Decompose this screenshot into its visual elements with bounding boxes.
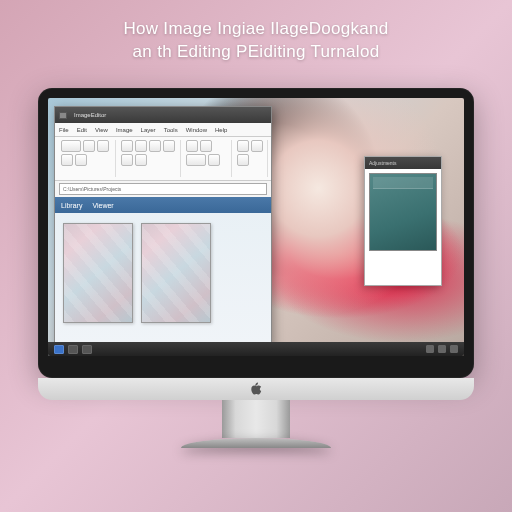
imac-stand-foot: [181, 438, 331, 448]
imac-stand-neck: [222, 400, 290, 438]
tool-button[interactable]: [237, 154, 249, 166]
tool-button[interactable]: [251, 140, 263, 152]
tab-library[interactable]: Library: [61, 202, 82, 209]
menu-view[interactable]: View: [95, 123, 108, 136]
editor-window[interactable]: ImageEditor File Edit View Image Layer T…: [54, 106, 272, 346]
thumbnail-strip: [55, 213, 271, 333]
window-title: ImageEditor: [74, 112, 106, 118]
tool-button[interactable]: [75, 154, 87, 166]
tray-icon[interactable]: [450, 345, 458, 353]
workspace-tabs: Library Viewer: [55, 197, 271, 213]
tool-button[interactable]: [121, 140, 133, 152]
panel-preview-header: [373, 177, 433, 189]
taskbar-tray: [426, 345, 458, 353]
tool-button[interactable]: [186, 140, 198, 152]
menu-image[interactable]: Image: [116, 123, 133, 136]
ribbon-group-4: [234, 140, 268, 177]
toolbar-ribbon: [55, 137, 271, 181]
address-path: C:\Users\Pictures\Projects: [63, 186, 121, 192]
tool-button[interactable]: [61, 154, 73, 166]
tool-button[interactable]: [200, 140, 212, 152]
tray-icon[interactable]: [438, 345, 446, 353]
panel-preview[interactable]: [369, 173, 437, 251]
tool-button[interactable]: [135, 140, 147, 152]
tool-button[interactable]: [135, 154, 147, 166]
apple-logo-icon: [250, 382, 262, 396]
screen-bezel: ImageEditor File Edit View Image Layer T…: [38, 88, 474, 378]
menu-layer[interactable]: Layer: [141, 123, 156, 136]
tool-button[interactable]: [186, 154, 206, 166]
tool-button[interactable]: [61, 140, 81, 152]
overlay-line2: an th Editing PEiditing Turnalod: [133, 42, 380, 61]
workspace: Library Viewer: [55, 197, 271, 345]
thumbnail[interactable]: [141, 223, 211, 323]
panel-header[interactable]: Adjustments: [365, 157, 441, 169]
overlay-title: How Image Ingiae IlageDoogkand an th Edi…: [0, 18, 512, 64]
tool-button[interactable]: [208, 154, 220, 166]
tool-button[interactable]: [121, 154, 133, 166]
window-control-button[interactable]: [59, 112, 67, 119]
tray-icon[interactable]: [426, 345, 434, 353]
taskbar-app-button[interactable]: [68, 345, 78, 354]
taskbar-app-button[interactable]: [82, 345, 92, 354]
screen: ImageEditor File Edit View Image Layer T…: [48, 98, 464, 356]
tab-viewer[interactable]: Viewer: [92, 202, 113, 209]
menu-help[interactable]: Help: [215, 123, 227, 136]
menu-tools[interactable]: Tools: [164, 123, 178, 136]
menu-window[interactable]: Window: [186, 123, 207, 136]
taskbar-start-button[interactable]: [54, 345, 64, 354]
menu-file[interactable]: File: [59, 123, 69, 136]
panel-title: Adjustments: [369, 160, 397, 166]
tool-button[interactable]: [97, 140, 109, 152]
ribbon-group-3: [183, 140, 232, 177]
tool-button[interactable]: [83, 140, 95, 152]
menu-edit[interactable]: Edit: [77, 123, 87, 136]
taskbar: [48, 342, 464, 356]
menubar: File Edit View Image Layer Tools Window …: [55, 123, 271, 137]
ribbon-group-1: [58, 140, 116, 177]
ribbon-group-2: [118, 140, 181, 177]
tool-button[interactable]: [149, 140, 161, 152]
address-bar[interactable]: C:\Users\Pictures\Projects: [59, 183, 267, 195]
window-titlebar[interactable]: ImageEditor: [55, 107, 271, 123]
taskbar-left: [54, 345, 92, 354]
side-panel[interactable]: Adjustments: [364, 156, 442, 286]
overlay-line1: How Image Ingiae IlageDoogkand: [123, 19, 388, 38]
tool-button[interactable]: [237, 140, 249, 152]
tool-button[interactable]: [163, 140, 175, 152]
imac-frame: ImageEditor File Edit View Image Layer T…: [38, 88, 474, 448]
imac-chin: [38, 378, 474, 400]
thumbnail[interactable]: [63, 223, 133, 323]
